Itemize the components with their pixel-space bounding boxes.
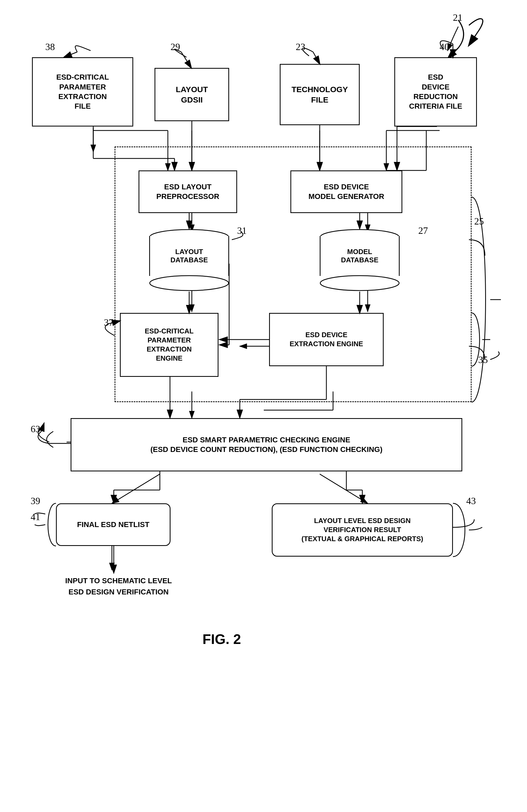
layout-gdsii-box: LAYOUTGDSII [155,68,229,121]
esd-critical-param-file-label: ESD-CRITICALPARAMETEREXTRACTIONFILE [56,72,109,111]
svg-line-31 [64,52,77,57]
technology-file-label: TECHNOLOGYFILE [291,84,348,105]
diagram-container: 21 38 29 23 40 ESD-CRITICALPARAMETEREXTR… [0,0,527,812]
ref-40: 40 [440,41,449,53]
esd-device-model-generator-label: ESD DEVICEMODEL GENERATOR [309,182,384,202]
svg-line-35 [181,52,191,68]
ref-29: 29 [171,41,180,53]
model-database-label: MODELDATABASE [320,236,400,276]
esd-layout-preprocessor-box: ESD LAYOUTPREPROCESSOR [139,171,237,213]
esd-device-extraction-engine-box: ESD DEVICEEXTRACTION ENGINE [269,313,384,366]
esd-device-reduction-box: ESDDEVICEREDUCTIONCRITERIA FILE [394,57,477,127]
svg-point-27 [320,276,399,291]
ref-21: 21 [453,12,462,23]
layout-gdsii-label: LAYOUTGDSII [176,84,208,105]
ref-27: 27 [418,225,428,236]
ref-63: 63 [31,423,40,435]
ref-37: 37 [104,317,114,328]
technology-file-box: TECHNOLOGYFILE [280,64,360,125]
svg-line-53 [41,423,44,432]
svg-line-37 [313,52,320,64]
esd-critical-extraction-engine-box: ESD-CRITICALPARAMETEREXTRACTIONENGINE [120,313,218,377]
final-esd-netlist-box: FINAL ESD NETLIST [56,503,171,546]
svg-line-20 [320,474,368,503]
layout-level-esd-label: LAYOUT LEVEL ESD DESIGNVERIFICATION RESU… [302,517,423,543]
fig-label: FIG. 2 [202,631,241,647]
ref-41: 41 [31,511,40,523]
svg-line-23 [447,48,458,59]
esd-critical-extraction-engine-label: ESD-CRITICALPARAMETEREXTRACTIONENGINE [145,327,194,363]
esd-device-model-generator-box: ESD DEVICEMODEL GENERATOR [290,171,402,213]
input-schematic-label: INPUT TO SCHEMATIC LEVELESD DESIGN VERIF… [41,575,196,598]
ref-31: 31 [237,225,247,236]
model-database-cylinder-bottom [320,275,400,291]
ref-35: 35 [478,354,488,365]
esd-smart-checking-label: ESD SMART PARAMETRIC CHECKING ENGINE(ESD… [150,435,382,454]
esd-device-reduction-label: ESDDEVICEREDUCTIONCRITERIA FILE [409,72,462,111]
esd-critical-param-file-box: ESD-CRITICALPARAMETEREXTRACTIONFILE [32,57,133,127]
layout-database-label: LAYOUTDATABASE [149,236,229,276]
final-esd-netlist-label: FINAL ESD NETLIST [77,520,149,530]
ref-25: 25 [474,216,484,227]
svg-line-30 [469,29,480,45]
layout-level-esd-box: LAYOUT LEVEL ESD DESIGNVERIFICATION RESU… [272,503,453,556]
esd-layout-preprocessor-label: ESD LAYOUTPREPROCESSOR [156,182,219,202]
ref-23: 23 [296,41,305,53]
esd-device-extraction-engine-label: ESD DEVICEEXTRACTION ENGINE [289,331,363,349]
ref-43: 43 [466,495,476,507]
svg-line-19 [112,474,160,503]
esd-smart-checking-box: ESD SMART PARAMETRIC CHECKING ENGINE(ESD… [71,418,462,472]
svg-point-25 [150,276,229,291]
ref-38: 38 [45,41,55,53]
ref-39: 39 [31,495,40,507]
layout-database-cylinder-bottom [149,275,229,291]
